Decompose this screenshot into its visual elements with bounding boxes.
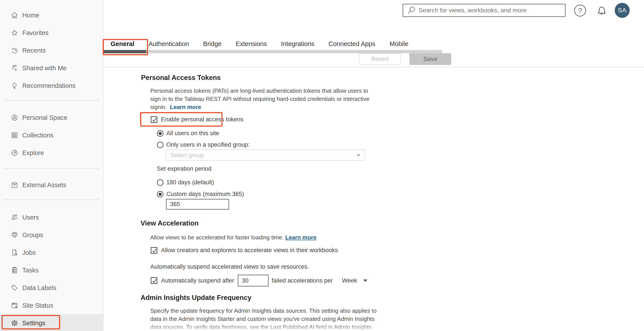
allow-accelerate-checkbox[interactable]	[151, 247, 157, 254]
sidebar-item-groups[interactable]: Groups	[0, 226, 103, 244]
pat-description: Personal access tokens (PATs) are long-l…	[150, 87, 370, 111]
tab-integrations[interactable]: Integrations	[274, 40, 322, 47]
sidebar-item-tasks[interactable]: Tasks	[0, 261, 103, 279]
custom-days-radio[interactable]	[157, 191, 164, 198]
bell-icon[interactable]	[595, 4, 608, 17]
sidebar-item-recommendations[interactable]: Recommendations	[0, 77, 103, 94]
sidebar-item-site-status[interactable]: Site Status	[0, 297, 103, 314]
ai-section-title: Admin Insights Update Frequency	[140, 294, 252, 302]
check-icon	[152, 278, 157, 284]
tab-connected-apps[interactable]: Connected Apps	[322, 40, 382, 47]
search-icon	[407, 6, 416, 15]
all-users-radio[interactable]	[157, 130, 164, 137]
settings-tabs: General Authentication Bridge Extensions…	[104, 40, 415, 47]
pat-learn-more-link[interactable]: Learn more	[170, 104, 201, 110]
sidebar-item-label: Settings	[22, 320, 46, 327]
all-users-label[interactable]: All users on this site	[166, 130, 219, 137]
expiration-custom-row: Custom days (maximum 365)	[157, 191, 244, 198]
tab-mobile[interactable]: Mobile	[382, 40, 415, 47]
gear-icon	[10, 319, 19, 327]
person-circle-icon	[10, 113, 19, 122]
sidebar-item-label: Shared with Me	[22, 64, 67, 72]
auto-suspend-label[interactable]: Automatically suspend after	[161, 277, 234, 284]
custom-days-label[interactable]: Custom days (maximum 365)	[166, 191, 244, 198]
va-description: Allow views to be accelerated for faster…	[150, 233, 316, 242]
active-tab-indicator	[104, 50, 146, 53]
tab-strip-track	[104, 50, 442, 53]
tab-bridge[interactable]: Bridge	[196, 40, 229, 47]
sidebar-item-label: Explore	[22, 149, 44, 157]
shared-with-me-icon	[10, 64, 19, 72]
collections-grid-icon	[10, 131, 19, 139]
sidebar-item-users[interactable]: Users	[0, 209, 103, 226]
sidebar-item-external-assets[interactable]: External Assets	[0, 176, 103, 194]
sidebar-item-data-labels[interactable]: Data Labels	[0, 279, 103, 297]
sidebar-item-label: Personal Space	[22, 114, 68, 121]
avatar[interactable]: SA	[615, 3, 630, 18]
enable-pat-checkbox[interactable]	[151, 116, 157, 123]
sidebar-item-home[interactable]: Home	[0, 6, 103, 24]
sidebar-divider	[3, 199, 100, 200]
custom-days-input[interactable]	[166, 199, 229, 210]
tab-general[interactable]: General	[104, 40, 142, 47]
specified-group-label[interactable]: Only users in a specified group:	[166, 141, 250, 148]
sidebar-item-recents[interactable]: Recents	[0, 42, 103, 59]
star-icon	[10, 29, 19, 37]
tab-authentication[interactable]: Authentication	[142, 40, 196, 47]
revert-button[interactable]: Revert	[359, 53, 401, 65]
chevron-down-icon	[356, 154, 361, 157]
allow-accelerate-label[interactable]: Allow creators and explorers to accelera…	[161, 247, 338, 254]
days-180-label[interactable]: 180 days (default)	[166, 179, 214, 186]
search-input[interactable]	[418, 4, 564, 16]
sidebar-item-favorites[interactable]: Favorites	[0, 24, 103, 42]
sidebar-divider	[3, 100, 100, 101]
sidebar-item-personal-space[interactable]: Personal Space	[0, 109, 103, 126]
check-icon	[152, 116, 157, 123]
page-clock-icon	[10, 248, 19, 257]
sidebar-item-label: Favorites	[22, 29, 48, 36]
sidebar-item-jobs[interactable]: Jobs	[0, 244, 103, 261]
ai-desc-line: data in the Admin Insights Starter and c…	[150, 315, 376, 323]
sidebar-item-label: External Assets	[22, 181, 66, 189]
tab-extensions[interactable]: Extensions	[229, 40, 274, 47]
home-icon	[10, 11, 19, 19]
sidebar-item-label: Site Status	[22, 302, 53, 309]
help-icon[interactable]: ?	[574, 5, 586, 16]
avatar-initials: SA	[618, 7, 626, 14]
ai-desc-line: Specify the update frequency for Admin I…	[150, 307, 376, 315]
period-dropdown[interactable]: Week	[342, 277, 367, 284]
sidebar-item-settings[interactable]: Settings	[0, 314, 103, 331]
period-value: Week	[342, 277, 357, 284]
sidebar-item-label: Data Labels	[22, 284, 56, 292]
group-select-placeholder: Select group	[170, 152, 204, 159]
sidebar: Home Favorites Recents Shared with Me Re…	[0, 0, 104, 331]
users-icon	[10, 213, 19, 222]
failed-accelerations-input[interactable]	[238, 275, 268, 287]
sidebar-item-label: Tasks	[22, 267, 38, 274]
groups-icon	[10, 231, 19, 239]
pat-scope-all-users-row: All users on this site	[157, 130, 219, 137]
va-learn-more-link[interactable]: Learn more	[285, 234, 316, 241]
save-button[interactable]: Save	[409, 53, 451, 65]
enable-pat-label[interactable]: Enable personal access tokens	[161, 116, 244, 123]
va-allow-row: Allow creators and explorers to accelera…	[151, 247, 338, 254]
specified-group-radio[interactable]	[157, 142, 164, 148]
pat-desc-line: sign in to the Tableau REST API without …	[150, 95, 370, 103]
lightbulb-icon	[10, 81, 19, 90]
enable-pat-row: Enable personal access tokens	[151, 116, 244, 123]
group-select[interactable]: Select group	[166, 150, 365, 161]
days-180-radio[interactable]	[157, 179, 164, 186]
sidebar-item-collections[interactable]: Collections	[0, 126, 103, 144]
chevron-down-icon	[363, 280, 367, 282]
header-divider	[104, 66, 644, 67]
clipboard-list-icon	[10, 266, 19, 274]
help-glyph: ?	[578, 6, 582, 15]
sidebar-item-shared-with-me[interactable]: Shared with Me	[0, 59, 103, 77]
pat-scope-group-row: Only users in a specified group:	[157, 141, 250, 148]
auto-suspend-checkbox[interactable]	[151, 277, 157, 284]
check-icon	[152, 247, 157, 254]
site-status-icon	[10, 301, 19, 310]
sidebar-item-explore[interactable]: Explore	[0, 144, 103, 162]
sidebar-item-label: Recents	[22, 47, 46, 54]
pat-desc-line: Personal access tokens (PATs) are long-l…	[150, 87, 370, 95]
